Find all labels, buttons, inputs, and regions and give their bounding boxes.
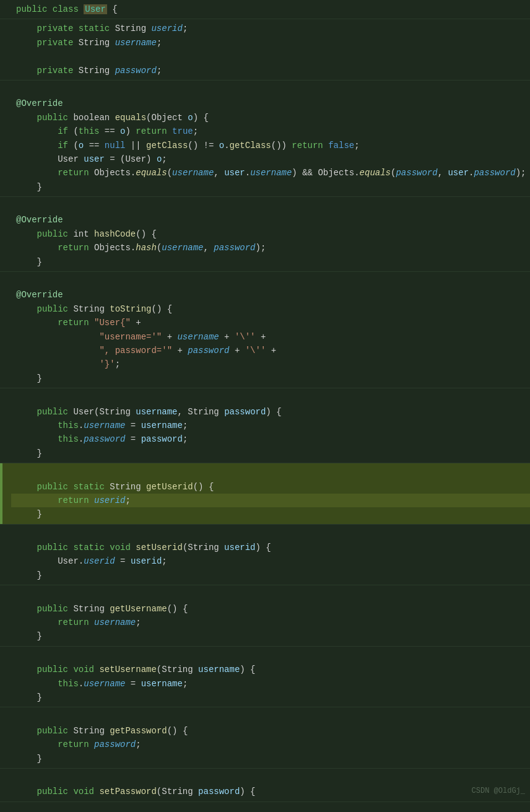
blank-line-6: [11, 466, 530, 479]
equals-l3-line: User user = (User) o;: [11, 152, 530, 166]
getusername-sig-line: public String getUsername() {: [11, 602, 530, 616]
setusername-close-line: }: [11, 691, 530, 704]
equals-sig-line: public boolean equals(Object o) {: [11, 111, 530, 124]
getuserid-close-line: }: [11, 507, 530, 521]
constructor-l1-line: this.username = username;: [11, 419, 530, 432]
blank-line-3: [11, 199, 530, 213]
blank-line-1: [11, 50, 530, 63]
setusername-sig-line: public void setUsername(String username)…: [11, 663, 530, 676]
hashcode-sig-line: public int hashCode() {: [11, 227, 530, 241]
getuserid-l1-line: return userid;: [11, 494, 530, 507]
hashcode-close-line: }: [11, 255, 530, 269]
getpassword-l1-line: return password;: [11, 738, 530, 751]
hashcode-l1-line: return Objects.hash(username, password);: [11, 241, 530, 255]
override-1-line: @Override: [11, 97, 530, 110]
field-password-line: private String password;: [11, 64, 530, 77]
setuserid-l1-line: User.userid = userid;: [11, 554, 530, 568]
tostring-l1-line: return "User{" +: [11, 316, 530, 330]
getusername-l1-line: return username;: [11, 616, 530, 629]
getusername-block: public String getUsername() { return use…: [0, 585, 530, 647]
constructor-sig-line: public User(String username, String pass…: [11, 405, 530, 419]
watermark: CSDN @OldGj_: [472, 785, 525, 797]
getuserid-block: public static String getUserid() { retur…: [0, 463, 530, 525]
class-declaration-line: public class User {: [11, 2, 530, 16]
getpassword-block: public String getPassword() { return pas…: [0, 707, 530, 769]
blank-line-5: [11, 391, 530, 404]
tostring-l2-line: "username='" + username + '\'' +: [11, 330, 530, 344]
tostring-close-line: }: [11, 372, 530, 385]
hashcode-block: @Override public int hashCode() { return…: [0, 197, 530, 272]
equals-l1-line: if (this == o) return true;: [11, 124, 530, 138]
field-userid-line: private static String userid;: [11, 22, 530, 35]
blank-line-4: [11, 274, 530, 288]
setuserid-close-line: }: [11, 569, 530, 582]
fields-block: private static String userid; private St…: [0, 19, 530, 81]
constructor-l2-line: this.password = password;: [11, 432, 530, 446]
setusername-l1-line: this.username = username;: [11, 677, 530, 691]
setpassword-sig-line: public void setPassword(String password)…: [11, 785, 530, 798]
blank-line-7: [11, 527, 530, 541]
tostring-block: @Override public String toString() { ret…: [0, 272, 530, 388]
class-declaration-block: public class User {: [0, 0, 530, 19]
setusername-block: public void setUsername(String username)…: [0, 647, 530, 708]
setuserid-sig-line: public static void setUserid(String user…: [11, 541, 530, 554]
getpassword-sig-line: public String getPassword() {: [11, 724, 530, 738]
blank-line-2: [11, 83, 530, 97]
equals-l2-line: if (o == null || getClass() != o.getClas…: [11, 139, 530, 152]
override-2-line: @Override: [11, 213, 530, 227]
field-username-line: private String username;: [11, 36, 530, 50]
getpassword-close-line: }: [11, 752, 530, 766]
setpassword-block: public void setPassword(String password)…: [0, 769, 530, 802]
equals-l4-line: return Objects.equals(username, user.use…: [11, 166, 530, 180]
equals-close-line: }: [11, 180, 530, 194]
equals-block: @Override public boolean equals(Object o…: [0, 81, 530, 197]
setuserid-block: public static void setUserid(String user…: [0, 525, 530, 586]
getusername-close-line: }: [11, 629, 530, 643]
constructor-block: public User(String username, String pass…: [0, 388, 530, 463]
blank-line-10: [11, 710, 530, 723]
override-3-line: @Override: [11, 288, 530, 302]
blank-line-11: [11, 771, 530, 785]
tostring-l4-line: '}';: [11, 357, 530, 371]
blank-line-9: [11, 649, 530, 663]
code-container: public class User { private static Strin…: [0, 0, 530, 802]
blank-line-8: [11, 588, 530, 601]
constructor-close-line: }: [11, 447, 530, 460]
tostring-l3-line: ", password='" + password + '\'' +: [11, 344, 530, 357]
getuserid-sig-line: public static String getUserid() {: [11, 480, 530, 494]
tostring-sig-line: public String toString() {: [11, 302, 530, 316]
